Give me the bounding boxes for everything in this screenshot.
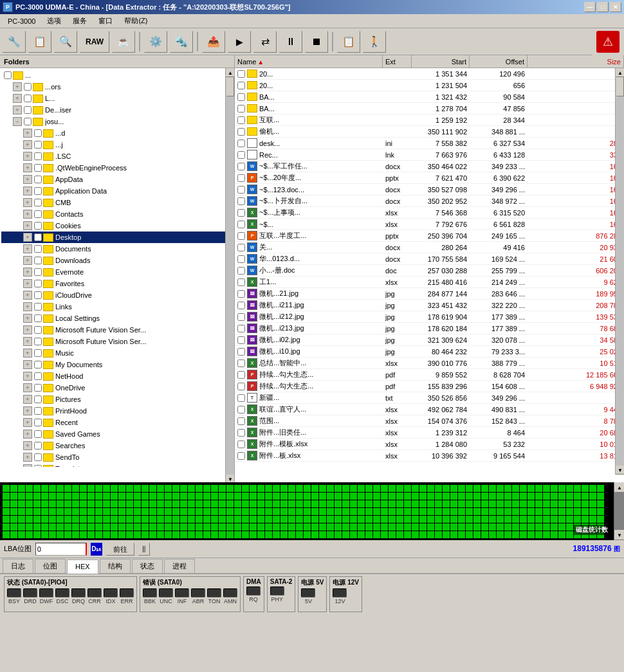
tree-checkbox[interactable]: [24, 118, 32, 125]
tree-toggle[interactable]: +: [23, 430, 32, 439]
table-row[interactable]: P互联...半度工...pptx250 396 704249 165 ...87…: [235, 230, 624, 242]
col-ext[interactable]: Ext: [383, 55, 412, 68]
grid-vscroll-track[interactable]: [614, 493, 624, 530]
maximize-button[interactable]: □: [597, 2, 609, 12]
file-checkbox[interactable]: [237, 116, 245, 124]
tool-clipboard[interactable]: 📋: [28, 31, 51, 53]
tree-toggle[interactable]: +: [23, 302, 32, 311]
tree-toggle[interactable]: +: [23, 244, 32, 253]
tree-item[interactable]: +My Documents: [1, 359, 233, 370]
tree-toggle[interactable]: +: [23, 453, 32, 462]
tool-transfer[interactable]: ⇄: [253, 31, 277, 53]
tree-checkbox[interactable]: [4, 71, 12, 79]
file-checkbox[interactable]: [237, 255, 245, 263]
tree-toggle[interactable]: +: [23, 291, 32, 300]
tree-item[interactable]: +...j: [1, 139, 233, 150]
tree-item[interactable]: +SendTo: [1, 451, 233, 463]
files-vscroll-up[interactable]: ▲: [616, 68, 624, 77]
tool-play[interactable]: ▶: [228, 31, 251, 53]
tree-toggle[interactable]: +: [23, 175, 32, 184]
tree-checkbox[interactable]: [34, 384, 42, 392]
tree-checkbox[interactable]: [34, 291, 42, 299]
tree-toggle[interactable]: +: [23, 279, 32, 288]
tab-日志[interactable]: 日志: [3, 559, 33, 573]
table-row[interactable]: 🖼微机...i212.jpgjpg178 619 904177 389 ...1…: [235, 311, 624, 323]
file-checkbox[interactable]: [237, 394, 245, 402]
lba-prev-button[interactable]: 前往: [106, 543, 134, 556]
tree-item[interactable]: +Saved Games: [1, 428, 233, 440]
file-checkbox[interactable]: [237, 151, 245, 159]
table-row[interactable]: W小...-册.docdoc257 030 288255 799 ...606 …: [235, 265, 624, 277]
table-row[interactable]: 偷机...350 111 902348 881 ...0: [235, 126, 624, 138]
col-name[interactable]: Name ▲: [235, 55, 383, 68]
table-row[interactable]: X范围...xlsx154 074 376152 843 ...8 781: [235, 415, 624, 427]
table-row[interactable]: 🖼微机...i10.jpgjpg80 464 23279 233 3...25 …: [235, 346, 624, 358]
table-row[interactable]: W华...0123.d...docx170 755 584169 524 ...…: [235, 253, 624, 265]
tree-toggle[interactable]: +: [23, 210, 32, 219]
file-checkbox[interactable]: [237, 313, 245, 321]
file-checkbox[interactable]: [237, 336, 245, 344]
file-checkbox[interactable]: [237, 452, 245, 460]
table-row[interactable]: BA...1 321 43290 5840: [235, 91, 624, 103]
minimize-button[interactable]: —: [584, 2, 596, 12]
tree-checkbox[interactable]: [34, 210, 42, 218]
file-checkbox[interactable]: [237, 429, 245, 437]
tool-cup[interactable]: ☕: [112, 31, 135, 53]
table-row[interactable]: X附件...模板.xlsxxlsx1 284 08053 23210 013: [235, 439, 624, 450]
file-checkbox[interactable]: [237, 82, 245, 89]
file-checkbox[interactable]: [237, 244, 245, 251]
file-checkbox[interactable]: [237, 417, 245, 425]
table-row[interactable]: 20...1 351 344120 4960: [235, 68, 624, 80]
tree-item[interactable]: +AppData: [1, 174, 233, 185]
table-row[interactable]: 🖼微机...i213.jpgjpg178 620 184177 389 ...7…: [235, 323, 624, 334]
menu-pc3000[interactable]: PC-3000: [3, 16, 41, 26]
file-checkbox[interactable]: [237, 70, 245, 78]
files-vscroll-thumb[interactable]: [616, 77, 624, 96]
tree-toggle[interactable]: +: [23, 441, 32, 450]
file-checkbox[interactable]: [237, 163, 245, 170]
tree-toggle[interactable]: +: [23, 268, 32, 277]
tree-toggle[interactable]: +: [23, 140, 32, 149]
tree-checkbox[interactable]: [34, 129, 42, 137]
table-row[interactable]: X附件...板.xlsxxlsx10 396 3929 165 54413 81…: [235, 450, 624, 462]
table-row[interactable]: W~$...123.doc...docx350 527 098349 296 .…: [235, 184, 624, 195]
tree-item[interactable]: +Downloads: [1, 255, 233, 266]
tree-item[interactable]: +iCloudDrive: [1, 289, 233, 301]
table-row[interactable]: X~$...上事项...xlsx7 546 3686 315 520165: [235, 207, 624, 219]
tree-item[interactable]: −josu...: [1, 116, 233, 127]
tree-checkbox[interactable]: [34, 257, 42, 264]
grid-vscroll-up[interactable]: ▲: [614, 482, 624, 493]
tree-checkbox[interactable]: [24, 95, 32, 102]
tree-item[interactable]: +Pictures: [1, 394, 233, 405]
file-checkbox[interactable]: [237, 197, 245, 205]
file-checkbox[interactable]: [237, 232, 245, 240]
tree-toggle[interactable]: −: [13, 117, 22, 126]
tree-item[interactable]: +Searches: [1, 440, 233, 451]
vscroll-track[interactable]: [226, 77, 234, 475]
tree-toggle[interactable]: +: [13, 82, 22, 91]
tree-toggle[interactable]: +: [23, 464, 32, 467]
tree-checkbox[interactable]: [34, 245, 42, 253]
tree-checkbox[interactable]: [34, 280, 42, 287]
files-vscroll-down[interactable]: ▼: [616, 466, 624, 475]
tree-item[interactable]: +Contacts: [1, 208, 233, 220]
tree-item[interactable]: +OneDrive: [1, 382, 233, 394]
lba-pause-button[interactable]: ||: [138, 543, 150, 556]
tree-item[interactable]: +Application Data: [1, 185, 233, 197]
file-checkbox[interactable]: [237, 128, 245, 136]
tree-checkbox[interactable]: [24, 83, 32, 91]
tree-checkbox[interactable]: [34, 141, 42, 149]
table-row[interactable]: T新疆...txt350 526 856349 296 ...0: [235, 392, 624, 404]
tree-item[interactable]: +Microsoft Future Vision Ser...: [1, 336, 233, 347]
table-row[interactable]: W关...docx280 26449 41620 936: [235, 242, 624, 253]
menu-service[interactable]: 服务: [68, 15, 92, 27]
tree-checkbox[interactable]: [34, 442, 42, 450]
tree-toggle[interactable]: +: [23, 163, 32, 172]
tree-toggle[interactable]: +: [23, 360, 32, 369]
table-row[interactable]: BA...1 278 70447 8560: [235, 103, 624, 114]
file-checkbox[interactable]: [237, 93, 245, 101]
tree-checkbox[interactable]: [34, 268, 42, 276]
tree-checkbox[interactable]: [34, 314, 42, 322]
menu-help[interactable]: 帮助(Z): [119, 15, 152, 27]
menu-options[interactable]: 选项: [42, 15, 66, 27]
